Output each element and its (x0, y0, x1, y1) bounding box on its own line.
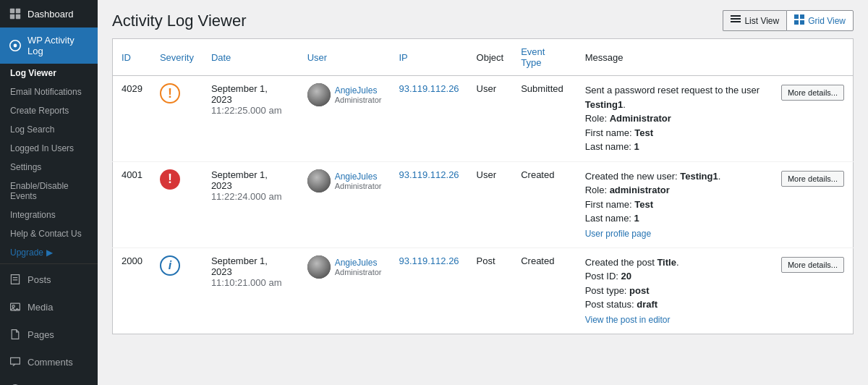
cell-object: User (468, 76, 513, 162)
ip-link[interactable]: 93.119.112.26 (399, 255, 459, 266)
table-area: ID Severity Date User IP Object Event Ty… (98, 38, 868, 385)
user-role: Administrator (335, 96, 382, 104)
svg-rect-15 (731, 21, 741, 22)
cell-more-details: More details... (773, 248, 854, 334)
cell-user: AngieJules Administrator (299, 248, 391, 334)
pages-icon (9, 328, 22, 341)
comments-label: Comments (27, 357, 73, 368)
sidebar-item-upgrade[interactable]: Upgrade ▶ (0, 243, 98, 262)
page-header: Activity Log Viewer List View Grid View (98, 0, 868, 38)
list-view-label: List View (744, 16, 779, 26)
ip-link[interactable]: 93.119.112.26 (399, 169, 459, 180)
svg-rect-16 (794, 14, 799, 19)
svg-rect-18 (794, 20, 799, 25)
grid-view-button[interactable]: Grid View (786, 10, 854, 31)
col-object: Object (468, 39, 513, 76)
sidebar-item-integrations[interactable]: Integrations (0, 206, 98, 224)
cell-object: User (468, 161, 513, 248)
cell-id: 4029 (113, 76, 151, 162)
sidebar-item-pages[interactable]: Pages (0, 321, 98, 348)
avatar (307, 169, 331, 192)
cell-severity: ! (151, 76, 203, 162)
svg-point-9 (12, 305, 14, 308)
table-header-row: ID Severity Date User IP Object Event Ty… (113, 39, 854, 76)
user-name[interactable]: AngieJules (335, 172, 382, 182)
table-row: 4001 ! September 1, 2023 11:22:24.000 am (113, 161, 854, 248)
view-toggle: List View Grid View (723, 10, 854, 31)
col-event-type: Event Type (512, 39, 576, 76)
cell-object: Post (468, 248, 513, 334)
more-details-button[interactable]: More details... (781, 171, 844, 187)
sidebar: Dashboard WP Activity Log Log Viewer Ema… (0, 0, 98, 385)
grid-view-label: Grid View (808, 16, 846, 26)
sidebar-item-posts[interactable]: Posts (0, 266, 98, 293)
sidebar-item-log-viewer[interactable]: Log Viewer (0, 64, 98, 82)
sidebar-item-settings[interactable]: Settings (0, 158, 98, 177)
cell-date: September 1, 2023 11:22:24.000 am (203, 161, 299, 248)
user-name[interactable]: AngieJules (335, 258, 382, 268)
col-message: Message (576, 39, 773, 76)
user-name[interactable]: AngieJules (335, 85, 382, 96)
wp-activity-log-label: WP Activity Log (27, 35, 89, 56)
user-profile-link[interactable]: User profile page (585, 227, 764, 240)
more-details-button[interactable]: More details... (781, 85, 844, 101)
cell-event-type: Submitted (512, 76, 576, 162)
sidebar-item-help-contact[interactable]: Help & Contact Us (0, 224, 98, 243)
col-id: ID (113, 39, 151, 76)
cell-message: Created the new user: Testing1. Role: ad… (576, 161, 773, 248)
sidebar-item-enable-disable[interactable]: Enable/Disable Events (0, 177, 98, 206)
sidebar-item-media[interactable]: Media (0, 293, 98, 321)
table-row: 4029 ! September 1, 2023 11:22:25.000 am (113, 76, 854, 162)
sidebar-item-logged-in-users[interactable]: Logged In Users (0, 139, 98, 158)
svg-rect-1 (16, 9, 20, 13)
sidebar-item-log-search[interactable]: Log Search (0, 120, 98, 139)
cell-message: Sent a password reset request to the use… (576, 76, 773, 162)
sidebar-item-dashboard[interactable]: Dashboard (0, 0, 98, 28)
col-ip: IP (390, 39, 467, 76)
sidebar-item-wp-activity-log[interactable]: WP Activity Log (0, 28, 98, 64)
cell-ip: 93.119.112.26 (390, 161, 467, 248)
cell-user: AngieJules Administrator (299, 161, 391, 248)
posts-icon (9, 273, 22, 286)
view-post-in-editor-link[interactable]: View the post in editor (585, 313, 764, 326)
comments-icon (9, 355, 22, 368)
cell-id: 4001 (113, 161, 151, 248)
sidebar-item-email-notifications[interactable]: Email Notifications (0, 82, 98, 101)
media-label: Media (27, 302, 53, 313)
svg-rect-17 (800, 14, 804, 19)
cell-date: September 1, 2023 11:22:25.000 am (203, 76, 299, 162)
dashboard-label: Dashboard (27, 9, 74, 20)
list-view-button[interactable]: List View (723, 10, 786, 31)
cell-message: Created the post Title. Post ID: 20 Post… (576, 248, 773, 334)
cell-ip: 93.119.112.26 (390, 248, 467, 334)
wp-activity-log-icon (9, 39, 22, 52)
grid-view-icon (794, 14, 804, 27)
svg-rect-13 (731, 15, 741, 17)
activity-log-table: ID Severity Date User IP Object Event Ty… (112, 38, 854, 334)
cell-user: AngieJules Administrator (299, 76, 391, 162)
user-role: Administrator (335, 268, 382, 276)
svg-rect-2 (10, 14, 14, 19)
sidebar-item-comments[interactable]: Comments (0, 348, 98, 376)
svg-point-5 (14, 44, 17, 48)
col-date: Date (203, 39, 299, 76)
dashboard-icon (9, 7, 22, 20)
col-details (773, 39, 854, 76)
severity-info-icon: i (160, 255, 180, 276)
svg-rect-19 (800, 20, 804, 25)
avatar (307, 83, 331, 106)
more-details-button[interactable]: More details... (781, 257, 844, 273)
svg-rect-3 (16, 14, 20, 19)
cell-severity: i (151, 248, 203, 334)
cell-more-details: More details... (773, 76, 854, 162)
pages-label: Pages (27, 329, 54, 340)
ip-link[interactable]: 93.119.112.26 (399, 83, 459, 94)
arrow-right-icon: ▶ (46, 248, 53, 258)
page-title: Activity Log Viewer (112, 12, 246, 30)
severity-error-icon: ! (160, 169, 180, 190)
sidebar-item-appearance[interactable]: Appearance (0, 376, 98, 385)
main-content: Activity Log Viewer List View Grid View … (98, 0, 868, 385)
sidebar-item-create-reports[interactable]: Create Reports (0, 101, 98, 120)
table-row: 2000 i September 1, 2023 11:10:21.000 am (113, 248, 854, 334)
col-severity: Severity (151, 39, 203, 76)
